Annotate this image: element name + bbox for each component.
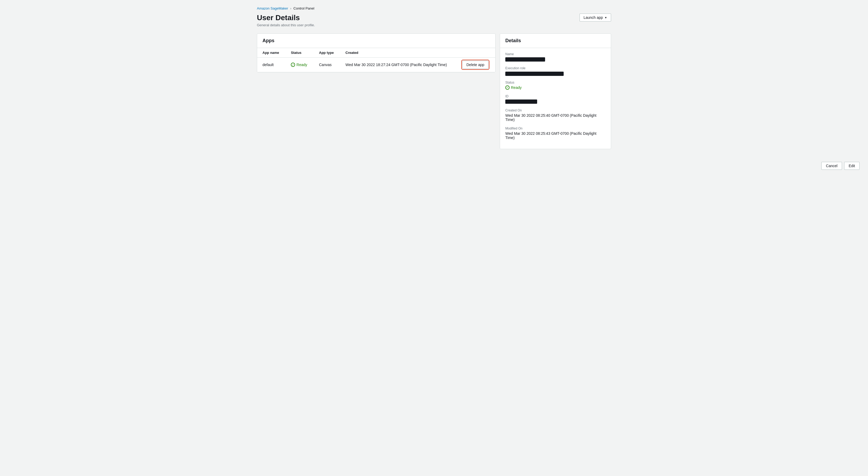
content-area: Apps App name Status App type Created de… xyxy=(257,33,611,149)
modified-on-value: Wed Mar 30 2022 08:25:43 GMT-0700 (Pacif… xyxy=(505,131,606,140)
page-title-group: User Details General details about this … xyxy=(257,13,315,27)
page-header: User Details General details about this … xyxy=(257,13,611,27)
cell-actions: Delete app xyxy=(457,58,495,72)
id-redacted-bar xyxy=(505,99,537,104)
detail-created-on: Created On Wed Mar 30 2022 08:25:40 GMT-… xyxy=(505,109,606,122)
col-header-status: Status xyxy=(285,48,314,58)
launch-app-button[interactable]: Launch app ▼ xyxy=(580,13,611,22)
check-circle-icon: ✓ xyxy=(291,63,295,67)
chevron-down-icon: ▼ xyxy=(604,16,607,19)
details-panel-title: Details xyxy=(505,38,606,43)
delete-app-button[interactable]: Delete app xyxy=(462,61,488,69)
breadcrumb-link-sagemaker[interactable]: Amazon SageMaker xyxy=(257,6,288,10)
col-header-created: Created xyxy=(340,48,457,58)
name-redacted-bar xyxy=(505,57,545,62)
detail-execution-role: Execution role xyxy=(505,66,606,76)
breadcrumb-separator: › xyxy=(290,7,291,10)
id-value xyxy=(505,99,606,104)
cell-app-type: Canvas xyxy=(314,58,340,72)
launch-app-label: Launch app xyxy=(584,16,603,20)
cancel-button[interactable]: Cancel xyxy=(822,162,842,170)
execution-role-label: Execution role xyxy=(505,66,606,70)
apps-panel-header: Apps xyxy=(257,34,495,48)
id-label: ID xyxy=(505,94,606,98)
breadcrumb: Amazon SageMaker › Control Panel xyxy=(257,6,611,10)
execution-role-redacted-bar xyxy=(505,72,564,76)
check-circle-icon-detail: ✓ xyxy=(505,85,509,90)
name-value xyxy=(505,57,606,62)
col-header-actions xyxy=(457,48,495,58)
cell-status: ✓ Ready xyxy=(285,58,314,72)
status-ready-indicator: ✓ Ready xyxy=(291,63,308,67)
details-body: Name Execution role Status ✓ Ready xyxy=(500,48,611,149)
detail-modified-on: Modified On Wed Mar 30 2022 08:25:43 GMT… xyxy=(505,126,606,140)
table-header-row: App name Status App type Created xyxy=(257,48,495,58)
breadcrumb-current: Control Panel xyxy=(293,6,314,10)
col-header-app-name: App name xyxy=(257,48,285,58)
name-label: Name xyxy=(505,52,606,56)
cell-created: Wed Mar 30 2022 18:27:24 GMT-0700 (Pacif… xyxy=(340,58,457,72)
table-row: default ✓ Ready Canvas Wed Mar 30 2022 1… xyxy=(257,58,495,72)
status-label: Status xyxy=(505,81,606,84)
edit-button[interactable]: Edit xyxy=(844,162,860,170)
detail-status: Status ✓ Ready xyxy=(505,81,606,90)
col-header-app-type: App type xyxy=(314,48,340,58)
page-subtitle: General details about this user profile. xyxy=(257,23,315,27)
created-on-value: Wed Mar 30 2022 08:25:40 GMT-0700 (Pacif… xyxy=(505,113,606,122)
created-on-label: Created On xyxy=(505,109,606,112)
apps-panel: Apps App name Status App type Created de… xyxy=(257,33,496,72)
apps-table: App name Status App type Created default… xyxy=(257,48,495,72)
modified-on-label: Modified On xyxy=(505,126,606,130)
apps-panel-title: Apps xyxy=(262,38,490,43)
status-ready-text: Ready xyxy=(297,63,307,67)
footer-actions: Cancel Edit xyxy=(0,158,868,174)
page-title: User Details xyxy=(257,13,315,22)
status-ready-detail: ✓ Ready xyxy=(505,85,606,90)
details-panel-header: Details xyxy=(500,34,611,48)
status-ready-detail-text: Ready xyxy=(511,85,522,90)
execution-role-value xyxy=(505,71,606,76)
detail-name: Name xyxy=(505,52,606,62)
cell-app-name: default xyxy=(257,58,285,72)
detail-id: ID xyxy=(505,94,606,104)
details-panel: Details Name Execution role Status xyxy=(500,33,611,149)
